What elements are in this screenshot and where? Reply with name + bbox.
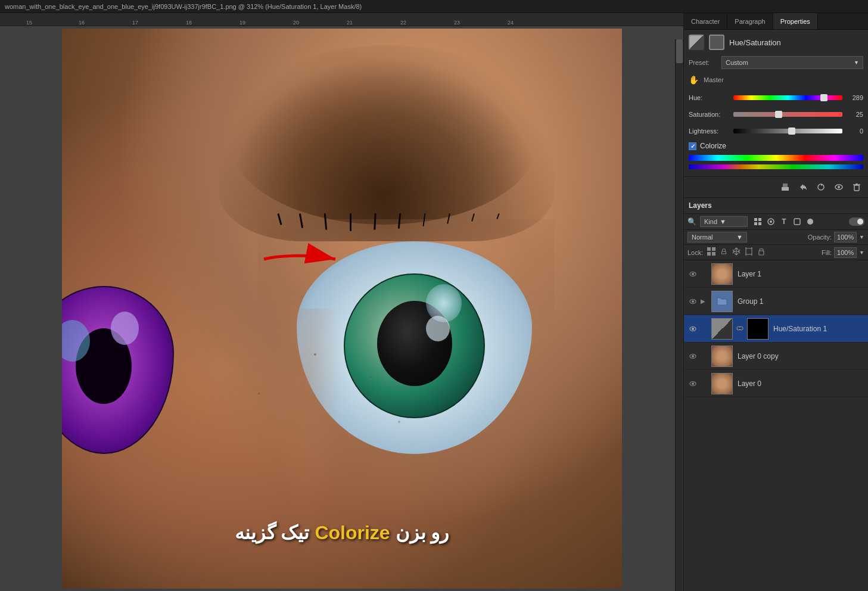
lock-paint-icon[interactable] [719, 247, 729, 258]
subtitle-highlight: Colorize [315, 522, 390, 543]
visibility-btn[interactable] [832, 181, 845, 194]
fill-arrow[interactable]: ▼ [859, 250, 864, 256]
lock-pixels-icon[interactable] [707, 247, 716, 258]
hue-slider-container [733, 92, 842, 104]
svg-rect-18 [712, 247, 715, 251]
svg-point-31 [692, 300, 694, 303]
tab-paragraph[interactable]: Paragraph [727, 13, 773, 29]
opacity-value[interactable]: 100% [834, 232, 857, 242]
sat-thumb[interactable] [775, 111, 782, 118]
right-panel: Character Paragraph Properties Hue/Satur… [683, 13, 868, 591]
sat-label: Saturation: [689, 111, 733, 118]
kind-dropdown[interactable]: Kind ▼ [700, 216, 748, 227]
kind-arrow: ▼ [720, 218, 726, 225]
photo-canvas: 3 رو بزن Colorize تیک گزینه [62, 29, 622, 589]
fill-value[interactable]: 100% [834, 247, 857, 258]
canvas-area[interactable]: 3 رو بزن Colorize تیک گزینه [0, 26, 683, 591]
sat-value: 25 [842, 111, 863, 118]
svg-rect-15 [794, 219, 800, 225]
layer-visibility-toggle[interactable] [687, 352, 698, 360]
hue-saturation-panel: Hue/Saturation Preset: Custom ▼ ✋ Master [684, 30, 868, 177]
panel-icons-row [684, 177, 868, 198]
svg-rect-20 [712, 252, 715, 256]
ruler-tick: 18 [186, 20, 192, 26]
sat-slider-container [733, 108, 842, 120]
hs-header: Hue/Saturation [689, 35, 863, 50]
hs-mask-icon [709, 35, 724, 50]
svg-point-40 [692, 382, 694, 385]
layer-link-icon [735, 325, 745, 333]
delete-btn[interactable] [850, 181, 863, 194]
master-row: ✋ Master [689, 74, 863, 86]
ruler-tick: 19 [239, 20, 245, 26]
layer-visibility-toggle[interactable] [687, 325, 698, 333]
shape-filter-icon[interactable] [792, 216, 802, 227]
tab-properties[interactable]: Properties [773, 13, 818, 29]
ruler-horizontal: 15 16 17 18 19 20 21 22 23 24 [0, 13, 683, 26]
svg-rect-17 [707, 247, 711, 251]
svg-point-29 [692, 273, 694, 275]
ruler-tick: 15 [26, 20, 32, 26]
hand-tool-icon[interactable]: ✋ [689, 75, 699, 85]
hue-value: 289 [842, 94, 863, 101]
lock-move-icon[interactable] [732, 247, 741, 258]
subtitle-text-after: رو بزن [396, 522, 449, 543]
layer-visibility-toggle[interactable] [687, 270, 698, 278]
opacity-arrow[interactable]: ▼ [859, 234, 864, 240]
reset-btn[interactable] [814, 181, 827, 194]
layer-name: Layer 0 [735, 380, 864, 388]
ruler-tick: 17 [132, 20, 138, 26]
filter-toggle[interactable] [849, 217, 864, 226]
lock-all-icon[interactable] [757, 247, 766, 258]
ruler-tick: 22 [400, 20, 406, 26]
tab-character[interactable]: Character [684, 13, 727, 29]
svg-rect-9 [754, 218, 757, 221]
layer-visibility-toggle[interactable] [687, 380, 698, 388]
layer-item[interactable]: Layer 0 [684, 370, 868, 397]
preset-dropdown-arrow: ▼ [854, 60, 859, 66]
lightness-row: Lightness: 0 [689, 125, 863, 137]
layer-item-active[interactable]: Hue/Saturation 1 [684, 315, 868, 343]
hue-thumb[interactable] [820, 94, 827, 101]
layer-item[interactable]: Layer 0 copy [684, 343, 868, 370]
preset-row: Preset: Custom ▼ [689, 56, 863, 69]
light-thumb[interactable] [788, 127, 795, 135]
hs-title: Hue/Saturation [729, 38, 781, 47]
ruler-tick: 24 [508, 20, 514, 26]
spectrum-bar-2 [689, 164, 863, 169]
text-filter-icon[interactable]: T [779, 216, 789, 227]
svg-rect-22 [746, 248, 752, 254]
adjust-filter-icon[interactable] [766, 216, 776, 227]
layers-list: Layer 1 ▶ Group 1 [684, 260, 868, 591]
layer-mask-thumbnail [747, 318, 769, 340]
layer-thumbnail [711, 291, 733, 312]
svg-rect-6 [854, 185, 859, 191]
preset-dropdown[interactable]: Custom ▼ [721, 56, 863, 69]
group-expand-icon[interactable]: ▶ [701, 298, 709, 304]
vertical-scrollbar[interactable] [675, 39, 683, 591]
svg-rect-10 [758, 218, 761, 221]
fill-group: Fill: 100% ▼ [822, 247, 864, 258]
subtitle-overlay: رو بزن Colorize تیک گزینه [235, 521, 449, 544]
lock-artboard-icon[interactable] [744, 247, 754, 258]
smart-filter-icon[interactable] [805, 216, 816, 227]
hue-label: Hue: [689, 94, 733, 101]
layer-visibility-toggle[interactable] [687, 297, 698, 306]
pixel-filter-icon[interactable] [752, 216, 763, 227]
layers-toolbar: 🔍 Kind ▼ T [684, 214, 868, 230]
blend-arrow: ▼ [736, 234, 743, 241]
scrollbar-thumb[interactable] [676, 39, 683, 63]
left-eye: 3 [62, 286, 174, 454]
colorize-checkbox[interactable]: ✓ [689, 142, 696, 150]
opacity-group: Opacity: 100% ▼ [808, 232, 864, 242]
previous-state-btn[interactable] [797, 181, 810, 194]
layer-item[interactable]: Layer 1 [684, 260, 868, 288]
clip-to-layer-btn[interactable] [779, 181, 792, 194]
preset-label: Preset: [689, 59, 721, 66]
svg-rect-8 [855, 183, 858, 185]
svg-rect-2 [783, 183, 788, 187]
svg-rect-19 [707, 252, 711, 256]
blend-mode-dropdown[interactable]: Normal ▼ [687, 232, 747, 242]
layer-item[interactable]: ▶ Group 1 [684, 288, 868, 315]
svg-rect-36 [739, 328, 741, 329]
